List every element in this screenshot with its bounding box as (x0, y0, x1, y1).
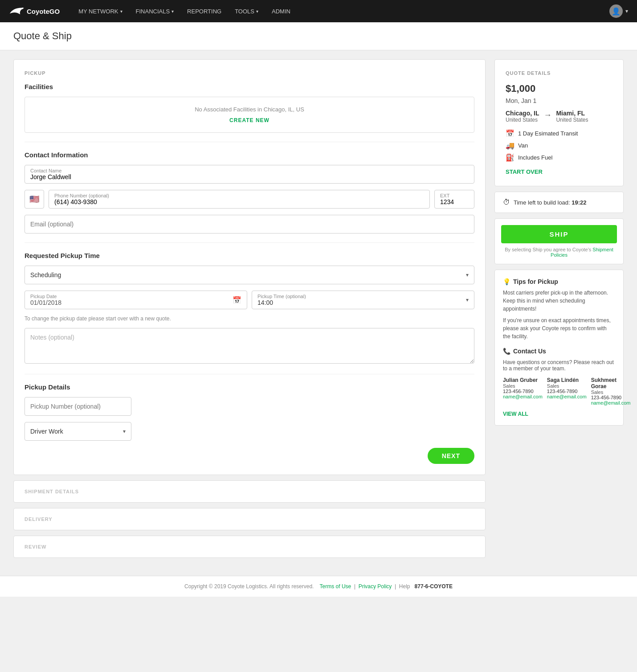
nav-right: 👤 ▾ (609, 4, 628, 18)
tips-heading: 💡 Tips for Pickup (503, 278, 615, 285)
footer-phone: 877-6-COYOTE (415, 583, 453, 590)
privacy-link[interactable]: Privacy Policy (359, 583, 392, 590)
start-over-link[interactable]: START OVER (506, 168, 543, 175)
fuel-text: Includes Fuel (518, 154, 552, 161)
tools-chevron-icon: ▾ (256, 9, 258, 14)
pickup-number-input[interactable] (24, 397, 131, 416)
contact-email-3[interactable]: name@email.com (591, 400, 631, 406)
nav-tools[interactable]: TOOLS ▾ (229, 2, 264, 21)
driver-work-value: Driver Work (30, 428, 63, 435)
ext-input-box[interactable]: EXT (434, 190, 474, 209)
footer: Copyright © 2019 Coyote Logistics. All r… (0, 576, 637, 597)
quote-date: Mon, Jan 1 (506, 97, 612, 104)
origin-location: Chicago, IL United States (506, 110, 539, 123)
date-time-row: Pickup Date 📅 Pickup Time (optional) 14:… (24, 291, 474, 309)
no-facilities-text: No Associated Facilities in Chicago, IL,… (34, 106, 465, 113)
quote-details-list: 📅 1 Day Esimated Transit 🚚 Van ⛽ Include… (506, 129, 612, 162)
left-column: PICKUP Facilities No Associated Faciliti… (13, 59, 486, 558)
equipment-text: Van (518, 142, 528, 149)
facilities-heading: Facilities (24, 83, 474, 90)
pickup-date-label: Pickup Date (30, 294, 57, 299)
tips-contact-card: 💡 Tips for Pickup Most carriers prefer p… (494, 270, 624, 426)
next-btn-row: NEXT (24, 448, 474, 464)
calendar-detail-icon: 📅 (506, 129, 514, 138)
contact-name-input-box[interactable]: Contact Name (24, 165, 474, 184)
fuel-icon: ⛽ (506, 153, 514, 162)
email-group (24, 215, 474, 234)
ship-btn-card: SHIP By selecting Ship you agree to Coyo… (494, 218, 624, 264)
nav-my-network[interactable]: MY NETWORK ▾ (73, 2, 127, 21)
contact-name-group: Contact Name (24, 165, 474, 184)
footer-copyright: Copyright © 2019 Coyote Logistics. All r… (184, 583, 314, 590)
phone-input-box[interactable]: Phone Number (optional) (49, 190, 430, 209)
route-arrow-icon: → (543, 111, 551, 120)
truck-icon: 🚚 (506, 141, 514, 150)
origin-city: Chicago, IL (506, 110, 539, 117)
quote-route: Chicago, IL United States → Miami, FL Un… (506, 110, 612, 123)
contact-person-1: Julian Gruber Sales 123-456-7890 name@em… (503, 377, 543, 406)
notes-textarea[interactable] (24, 328, 474, 364)
logo[interactable]: CoyoteGO (9, 5, 60, 17)
view-all-link[interactable]: VIEW ALL (503, 411, 528, 417)
right-column: QUOTE DETAILS $1,000 Mon, Jan 1 Chicago,… (494, 59, 624, 426)
pickup-time-box[interactable]: Pickup Time (optional) 14:00 ▾ (252, 291, 474, 309)
pickup-time-heading: Requested Pickup Time (24, 252, 474, 259)
contact-name-label: Contact Name (30, 168, 61, 173)
pickup-details-heading: Pickup Details (24, 383, 474, 391)
ship-button[interactable]: SHIP (501, 225, 617, 243)
timer-count: 19:22 (572, 199, 586, 206)
delivery-card: DELIVERY (13, 508, 486, 530)
tips-section: 💡 Tips for Pickup Most carriers prefer p… (503, 278, 615, 340)
origin-country: United States (506, 117, 539, 123)
contact-email-2[interactable]: name@email.com (547, 394, 587, 399)
user-avatar[interactable]: 👤 (609, 4, 623, 18)
svg-point-0 (22, 8, 24, 9)
nav-financials[interactable]: FINANCIALS ▾ (131, 2, 180, 21)
pickup-time-value: 14:00 (257, 299, 273, 306)
pickup-date-box[interactable]: Pickup Date 📅 (24, 291, 247, 309)
phone-label: Phone Number (optional) (54, 193, 109, 198)
nav-reporting[interactable]: REPORTING (182, 2, 227, 21)
scheduling-dropdown[interactable]: Scheduling ▾ (24, 266, 474, 284)
contact-name-input[interactable] (30, 173, 469, 180)
contact-persons: Julian Gruber Sales 123-456-7890 name@em… (503, 377, 615, 406)
driver-work-dropdown[interactable]: Driver Work ▾ (24, 422, 131, 441)
next-button[interactable]: NEXT (428, 448, 474, 464)
navbar: CoyoteGO MY NETWORK ▾ FINANCIALS ▾ REPOR… (0, 0, 637, 22)
contact-info-heading: Contact Information (24, 151, 474, 159)
quote-details-card: QUOTE DETAILS $1,000 Mon, Jan 1 Chicago,… (494, 59, 624, 186)
phone-group: 🇺🇸 Phone Number (optional) EXT (24, 190, 474, 209)
tips-text-2: If you're unsure on exact appointments t… (503, 316, 615, 340)
pickup-time-label: Pickup Time (optional) (257, 294, 306, 299)
contact-person-2: Saga Lindén Sales 123-456-7890 name@emai… (547, 377, 587, 406)
scheduling-value: Scheduling (30, 271, 61, 279)
shipment-details-card: SHIPMENT DETAILS (13, 480, 486, 503)
avatar-chevron-icon: ▾ (625, 8, 628, 14)
financials-chevron-icon: ▾ (172, 9, 174, 14)
timer-icon: ⏱ (503, 198, 510, 206)
ext-label: EXT (440, 193, 449, 198)
transit-text: 1 Day Esimated Transit (518, 130, 578, 137)
pickup-number-group (24, 397, 474, 416)
dest-city: Miami, FL (556, 110, 588, 117)
scheduling-chevron-icon: ▾ (466, 272, 469, 278)
delivery-title: DELIVERY (24, 516, 474, 522)
phone-flag-selector[interactable]: 🇺🇸 (24, 190, 44, 209)
timer-label: Time left to build load: (514, 199, 570, 206)
review-card: REVIEW (13, 536, 486, 558)
nav-admin[interactable]: ADMIN (266, 2, 296, 21)
contact-email-1[interactable]: name@email.com (503, 394, 543, 399)
driver-work-group: Driver Work ▾ (24, 422, 474, 441)
terms-link[interactable]: Terms of Use (320, 583, 351, 590)
pickup-date-input[interactable] (30, 299, 229, 306)
email-input[interactable] (24, 215, 474, 234)
contact-heading: 📞 Contact Us (503, 348, 615, 355)
pickup-section-label: PICKUP (24, 70, 474, 76)
pickup-card: PICKUP Facilities No Associated Faciliti… (13, 59, 486, 475)
timer-card: ⏱ Time left to build load: 19:22 (494, 192, 624, 213)
ext-input[interactable] (440, 198, 469, 205)
time-chevron-icon: ▾ (466, 297, 469, 303)
us-flag-icon: 🇺🇸 (29, 194, 39, 204)
create-new-link[interactable]: CREATE NEW (229, 117, 270, 123)
phone-input[interactable] (54, 198, 424, 205)
